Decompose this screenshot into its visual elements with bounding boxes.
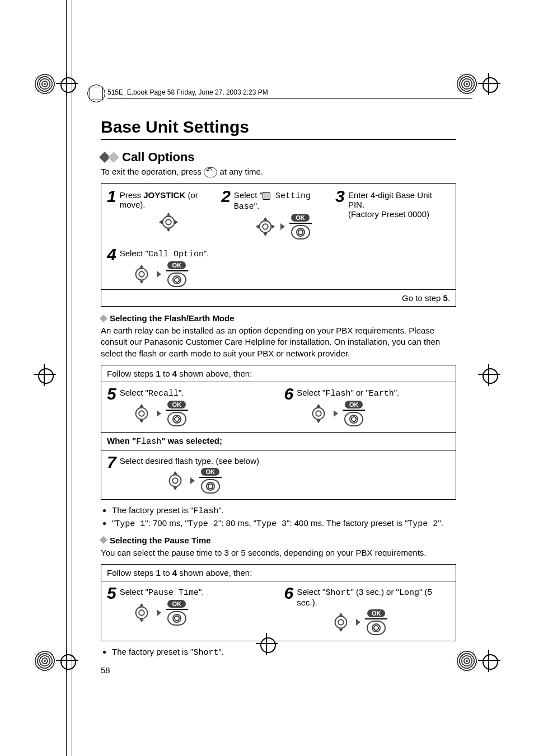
binding-line <box>66 0 67 756</box>
eye-icon <box>291 225 310 240</box>
svg-point-7 <box>263 224 268 229</box>
registration-mark-icon <box>456 650 478 672</box>
follow-steps: Follow steps 1 to 4 shown above, then: <box>101 565 456 581</box>
svg-point-0 <box>163 217 175 228</box>
svg-marker-3 <box>167 228 171 232</box>
svg-marker-10 <box>255 224 259 229</box>
step-number: 4 <box>107 246 116 263</box>
crosshair-icon <box>56 650 78 672</box>
svg-point-29 <box>139 610 144 616</box>
crosshair-icon <box>478 73 500 95</box>
registration-mark-icon <box>34 650 56 672</box>
page-content: Base Unit Settings Call Options To exit … <box>101 118 456 675</box>
svg-point-13 <box>139 271 144 277</box>
flash-body: An earth relay can be installed as an op… <box>101 325 456 359</box>
subheading-flash: Selecting the Flash/Earth Mode <box>101 313 456 323</box>
step-number: 3 <box>335 188 345 205</box>
ok-button-icon: OK <box>199 468 222 494</box>
svg-marker-26 <box>173 471 177 475</box>
joystick-icon <box>158 212 179 233</box>
svg-marker-19 <box>139 420 144 423</box>
step-number: 7 <box>107 454 116 471</box>
eye-icon <box>167 611 186 626</box>
step-6-flash: 6 Select "Flash" or "Earth". OK <box>279 382 456 432</box>
svg-marker-15 <box>139 280 144 284</box>
svg-point-33 <box>338 619 344 625</box>
svg-marker-31 <box>139 619 144 622</box>
crosshair-icon <box>478 650 500 672</box>
step-number: 6 <box>284 585 294 602</box>
crosshair-icon <box>34 364 56 386</box>
eye-icon <box>167 273 186 287</box>
section-heading-text: Call Options <box>122 150 195 165</box>
subheading-pause: Selecting the Pause Time <box>101 536 456 545</box>
joystick-up-down-icon <box>131 403 152 424</box>
step-number: 2 <box>221 188 231 205</box>
section-heading: Call Options <box>101 150 456 165</box>
crosshair-icon <box>56 73 78 95</box>
crosshair-icon <box>478 364 500 386</box>
svg-point-12 <box>135 269 147 280</box>
svg-point-16 <box>135 407 147 419</box>
list-item: The factory preset is "Flash". <box>112 505 456 516</box>
svg-point-32 <box>335 617 347 628</box>
list-item: "Type 1": 700 ms, "Type 2": 80 ms, "Type… <box>112 518 456 529</box>
eye-icon <box>201 479 220 494</box>
page-title: Base Unit Settings <box>101 118 456 137</box>
svg-marker-22 <box>316 404 321 407</box>
svg-marker-23 <box>316 420 321 423</box>
svg-marker-2 <box>167 213 171 216</box>
step-4: 4 Select "Call Option". OK <box>107 246 313 289</box>
svg-marker-27 <box>173 487 177 490</box>
svg-marker-34 <box>339 613 343 616</box>
joystick-up-down-icon <box>330 612 352 633</box>
svg-marker-4 <box>159 220 162 224</box>
ok-button-icon: OK <box>166 600 188 626</box>
step-1: 1 Press JOYSTICK (or move). <box>107 188 221 242</box>
steps-box-top: 1 Press JOYSTICK (or move). 2 Select " S… <box>101 183 456 307</box>
arrow-right-icon <box>157 609 161 616</box>
svg-marker-9 <box>263 233 268 236</box>
exit-instruction: To exit the operation, press at any time… <box>101 167 456 177</box>
pause-body: You can select the pause time to 3 or 5 … <box>101 547 456 558</box>
softkey-icon <box>204 167 217 177</box>
when-flash-bar: When "Flash" was selected; <box>101 432 456 450</box>
svg-point-1 <box>166 219 172 225</box>
svg-marker-5 <box>175 220 179 224</box>
book-icon <box>90 87 103 100</box>
ok-button-icon: OK <box>289 214 312 240</box>
step-7: 7 Select desired flash type. (see below)… <box>101 450 456 499</box>
arrow-right-icon <box>157 410 161 417</box>
eye-icon <box>167 412 186 426</box>
svg-marker-14 <box>139 265 144 268</box>
diamond-icon <box>100 314 107 322</box>
svg-point-20 <box>313 407 325 419</box>
step-5-flash: 5 Select "Recall". OK <box>101 382 279 432</box>
pause-notes: The factory preset is "Short". <box>101 647 456 658</box>
eye-icon <box>344 412 363 426</box>
steps-box-flash: Follow steps 1 to 4 shown above, then: 5… <box>101 365 456 500</box>
diamond-bullets-icon <box>101 153 119 161</box>
svg-marker-35 <box>339 628 343 632</box>
document-tag: 515E_E.book Page 58 Friday, June 27, 200… <box>90 87 472 100</box>
diamond-icon <box>100 536 107 544</box>
svg-marker-11 <box>271 224 275 229</box>
joystick-icon <box>255 216 276 237</box>
joystick-up-down-icon <box>165 470 186 491</box>
ok-button-icon: OK <box>166 261 188 287</box>
joystick-up-down-icon <box>308 403 329 424</box>
registration-mark-icon <box>34 73 56 95</box>
page-number: 58 <box>101 665 456 675</box>
arrow-right-icon <box>280 223 285 230</box>
list-item: The factory preset is "Short". <box>112 647 456 658</box>
svg-marker-30 <box>139 603 144 607</box>
joystick-up-down-icon <box>131 602 152 623</box>
arrow-right-icon <box>356 619 360 626</box>
go-to-step: Go to step 5. <box>101 289 456 306</box>
manual-page: 515E_E.book Page 58 Friday, June 27, 200… <box>0 0 534 756</box>
follow-steps: Follow steps 1 to 4 shown above, then: <box>101 365 456 382</box>
ok-button-icon: OK <box>166 401 188 426</box>
settings-icon <box>263 192 270 200</box>
joystick-up-down-icon <box>131 264 152 285</box>
steps-box-pause: Follow steps 1 to 4 shown above, then: 5… <box>101 564 456 641</box>
